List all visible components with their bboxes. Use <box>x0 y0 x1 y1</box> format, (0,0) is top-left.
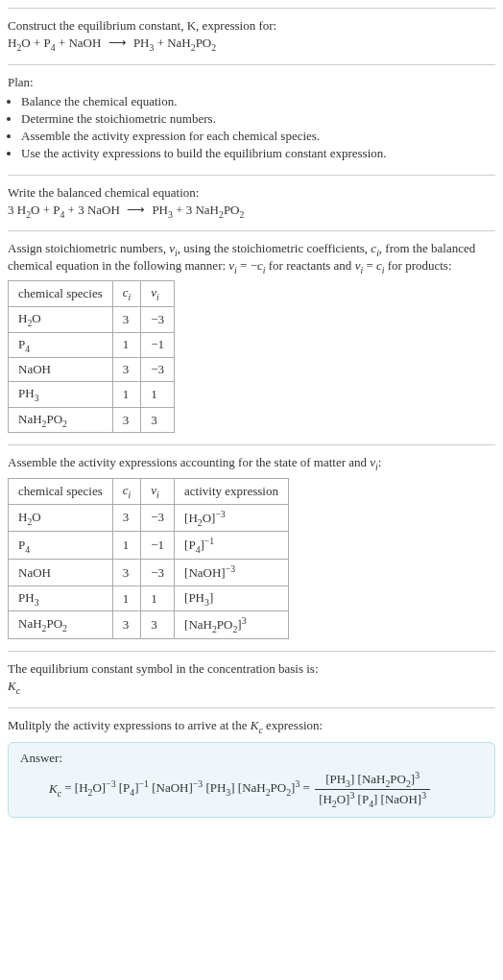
multiply-text: Mulitply the activity expressions to arr… <box>8 718 495 735</box>
prompt-section: Construct the equilibrium constant, K, e… <box>8 8 495 64</box>
col-activity: activity expression <box>175 478 289 504</box>
answer-fraction: [PH3] [NaH2PO2]3 [H2O]3 [P4] [NaOH]3 <box>315 770 430 809</box>
fraction-numerator: [PH3] [NaH2PO2]3 <box>315 770 430 790</box>
table-row: PH311 <box>9 382 175 408</box>
col-ci: ci <box>112 478 141 504</box>
answer-expression: Kc = [H2O]−3 [P4]−1 [NaOH]−3 [PH3] [NaH2… <box>49 770 483 809</box>
col-nui: νi <box>141 281 175 307</box>
table-row: H2O3−3[H2O]−3 <box>9 504 289 532</box>
plan-item: Balance the chemical equation. <box>21 94 495 109</box>
table-row: NaH2PO233[NaH2PO2]3 <box>9 611 289 639</box>
stoich-text: Assign stoichiometric numbers, νi, using… <box>8 241 495 275</box>
plan-list: Balance the chemical equation. Determine… <box>8 94 495 161</box>
unbalanced-equation: H2O + P4 + NaOH ⟶ PH3 + NaH2PO2 <box>8 36 495 53</box>
activity-table: chemical species ci νi activity expressi… <box>8 478 289 639</box>
stoich-section: Assign stoichiometric numbers, νi, using… <box>8 230 495 444</box>
plan-item: Determine the stoichiometric numbers. <box>21 111 495 127</box>
table-row: P41−1[P4]−1 <box>9 532 289 560</box>
prompt-text: Construct the equilibrium constant, K, e… <box>8 18 495 34</box>
kc-symbol: Kc <box>8 679 495 696</box>
table-row: H2O3−3 <box>9 306 175 332</box>
plan-heading: Plan: <box>8 75 495 90</box>
kc-symbol-section: The equilibrium constant symbol in the c… <box>8 651 495 707</box>
table-row: NaOH3−3 <box>9 358 175 382</box>
col-ci: ci <box>112 281 141 307</box>
table-row: PH311[PH3] <box>9 586 289 611</box>
plan-item: Use the activity expressions to build th… <box>21 146 495 161</box>
stoich-table: chemical species ci νi H2O3−3 P41−1 NaOH… <box>8 280 175 433</box>
answer-box: Answer: Kc = [H2O]−3 [P4]−1 [NaOH]−3 [PH… <box>8 742 495 818</box>
table-row: NaOH3−3[NaOH]−3 <box>9 560 289 586</box>
col-species: chemical species <box>9 478 113 504</box>
col-nui: νi <box>141 478 175 504</box>
table-row: P41−1 <box>9 332 175 358</box>
answer-section: Mulitply the activity expressions to arr… <box>8 707 495 829</box>
balanced-heading: Write the balanced chemical equation: <box>8 185 495 201</box>
plan-section: Plan: Balance the chemical equation. Det… <box>8 64 495 175</box>
plan-item: Assemble the activity expression for eac… <box>21 129 495 144</box>
table-row: NaH2PO233 <box>9 407 175 433</box>
balanced-section: Write the balanced chemical equation: 3 … <box>8 175 495 231</box>
answer-label: Answer: <box>20 751 483 766</box>
activity-section: Assemble the activity expressions accoun… <box>8 444 495 651</box>
fraction-denominator: [H2O]3 [P4] [NaOH]3 <box>315 790 430 809</box>
activity-text: Assemble the activity expressions accoun… <box>8 455 495 472</box>
balanced-equation: 3 H2O + P4 + 3 NaOH ⟶ PH3 + 3 NaH2PO2 <box>8 203 495 220</box>
col-species: chemical species <box>9 281 113 307</box>
prompt-label: Construct the equilibrium constant, K, e… <box>8 18 276 33</box>
table-header-row: chemical species ci νi <box>9 281 175 307</box>
table-header-row: chemical species ci νi activity expressi… <box>9 478 289 504</box>
kc-symbol-text: The equilibrium constant symbol in the c… <box>8 661 495 677</box>
